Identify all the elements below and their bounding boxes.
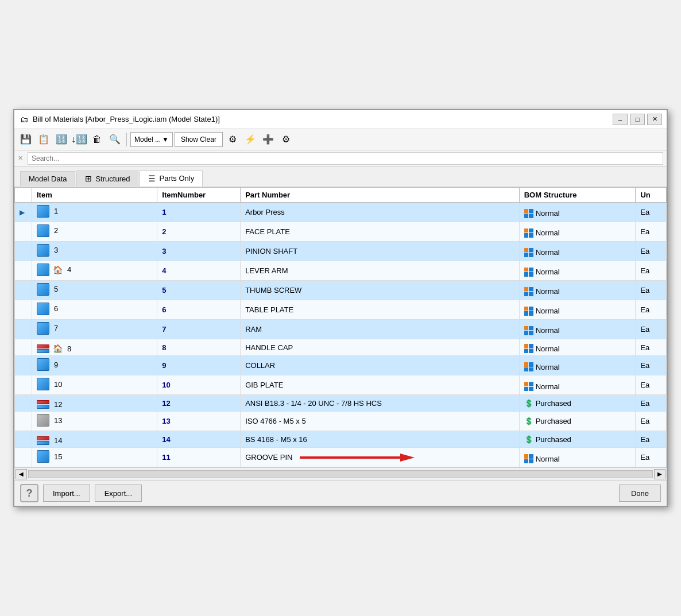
- bom-struct-content: Normal: [524, 228, 560, 238]
- part-number-text: ANSI B18.3 - 1/4 - 20 UNC - 7/8 HS HCS: [241, 395, 520, 412]
- bom-struct-content: Normal: [524, 307, 560, 316]
- row-bom-structure-col: Normal: [519, 300, 636, 319]
- row-unit-col: Ea: [636, 395, 667, 412]
- item-num-value: 11: [162, 453, 170, 462]
- part-number-text: RAM: [241, 319, 520, 339]
- item-icon-group: 3: [37, 244, 58, 257]
- help-icon: ?: [26, 487, 33, 499]
- item-number-display: 4: [67, 265, 71, 274]
- search-icon: ✕: [18, 154, 23, 162]
- item-number-display: 13: [54, 416, 62, 425]
- table-row[interactable]: 1414BS 4168 - M5 x 16💲PurchasedEa: [15, 431, 667, 448]
- save-button[interactable]: 💾: [18, 131, 34, 148]
- blue-box-icon: [37, 378, 49, 390]
- row-bom-structure-col: Normal: [519, 202, 636, 222]
- bom-struct-content: Normal: [524, 268, 560, 277]
- tab-structured-label: Structured: [95, 175, 130, 183]
- row-item-col: 13: [32, 412, 157, 431]
- row-unit-col: Ea: [636, 448, 667, 467]
- scroll-left-button[interactable]: ◀: [16, 469, 27, 479]
- table-row[interactable]: 1313ISO 4766 - M5 x 5💲PurchasedEa: [15, 412, 667, 431]
- bom-normal-icon: [524, 326, 533, 335]
- close-button[interactable]: ✕: [647, 114, 662, 125]
- item-number-display: 7: [54, 324, 58, 332]
- model-dropdown-label: Model ...: [134, 135, 161, 144]
- bom-struct-content: Normal: [524, 248, 560, 257]
- bom-icon-button[interactable]: ⚙: [225, 131, 241, 148]
- table-row[interactable]: 🏠44LEVER ARM NormalEa: [15, 261, 667, 280]
- row-item-col: 15: [32, 448, 157, 467]
- done-button[interactable]: Done: [619, 485, 661, 502]
- bom-normal-icon: [524, 382, 533, 391]
- table-row[interactable]: 🏠88HANDLE CAP NormalEa: [15, 339, 667, 356]
- bom-struct-content: 💲Purchased: [524, 417, 571, 425]
- row-item-col: 🏠8: [32, 339, 157, 356]
- doc-button[interactable]: 📋: [36, 131, 52, 148]
- bom-normal-icon: [524, 344, 533, 353]
- window-icon: 🗂: [19, 114, 29, 125]
- row-arrow-col: ▶: [15, 202, 32, 222]
- model-dropdown[interactable]: Model ... ▼: [130, 132, 173, 147]
- item-icon-group: 12: [37, 400, 62, 409]
- bom-struct-text: Normal: [536, 209, 560, 218]
- row-bom-structure-col: 💲Purchased: [519, 395, 636, 412]
- search-input[interactable]: [28, 152, 663, 165]
- item-number-display: 2: [54, 226, 58, 235]
- tab-model-data[interactable]: Model Data: [20, 171, 75, 186]
- table-row[interactable]: 55THUMB SCREW NormalEa: [15, 280, 667, 300]
- arrow-svg: [300, 452, 415, 463]
- row-unit-col: Ea: [636, 222, 667, 241]
- table-row[interactable]: 99COLLAR NormalEa: [15, 356, 667, 375]
- table-row[interactable]: 22FACE PLATE NormalEa: [15, 222, 667, 241]
- window-title: Bill of Materials [Arbor_Press_iLogic.ia…: [33, 115, 609, 123]
- sort-desc-button[interactable]: ↓🔢: [71, 131, 87, 148]
- sort-az-button[interactable]: 🔢: [53, 131, 69, 148]
- table-row[interactable]: 33PINION SHAFT NormalEa: [15, 241, 667, 261]
- row-bom-structure-col: Normal: [519, 280, 636, 300]
- item-num-value: 3: [162, 247, 166, 255]
- minimize-button[interactable]: –: [613, 114, 628, 125]
- add-button[interactable]: ➕: [260, 131, 276, 148]
- restore-button[interactable]: □: [630, 114, 645, 125]
- part-number-text: HANDLE CAP: [241, 339, 520, 356]
- tab-structured[interactable]: ⊞ Structured: [76, 171, 138, 186]
- import-button[interactable]: Import...: [43, 485, 90, 502]
- tab-model-data-label: Model Data: [29, 175, 67, 183]
- table-row[interactable]: 77RAM NormalEa: [15, 319, 667, 339]
- search-row: ✕: [14, 150, 667, 167]
- item-number-display: 5: [54, 285, 58, 293]
- row-item-num-col: 5: [157, 280, 241, 300]
- bom-normal-icon: [524, 307, 533, 316]
- delete-button[interactable]: 🗑: [89, 131, 105, 148]
- col-bom-structure: BOM Structure: [519, 187, 636, 202]
- blue-box-icon: [37, 244, 49, 257]
- table-row[interactable]: 1212ANSI B18.3 - 1/4 - 20 UNC - 7/8 HS H…: [15, 395, 667, 412]
- bom-table: Item ItemNumber Part Number BOM Structur…: [14, 187, 667, 468]
- help-button[interactable]: ?: [20, 484, 38, 502]
- table-row[interactable]: 1511 GROOVE PIN NormalEa: [15, 448, 667, 467]
- settings-button[interactable]: ⚙: [278, 131, 294, 148]
- item-icon-group: 15: [37, 450, 62, 463]
- scroll-track[interactable]: [28, 470, 653, 478]
- part-number-text: BS 4168 - M5 x 16: [241, 431, 520, 448]
- tab-parts-only[interactable]: ☰ Parts Only: [140, 171, 203, 187]
- multi-strip-icon: [37, 344, 49, 353]
- scroll-right-button[interactable]: ▶: [654, 469, 665, 479]
- item-num-value: 4: [162, 266, 166, 275]
- show-clear-button[interactable]: Show Clear: [175, 132, 223, 147]
- row-unit-col: Ea: [636, 300, 667, 319]
- export-button[interactable]: Export...: [95, 485, 142, 502]
- table-row[interactable]: 66TABLE PLATE NormalEa: [15, 300, 667, 319]
- find-button[interactable]: 🔍: [107, 131, 123, 148]
- row-item-num-col: 3: [157, 241, 241, 261]
- part-number-text: TABLE PLATE: [241, 300, 520, 319]
- row-arrow-col: [15, 412, 32, 431]
- table-row[interactable]: ▶11Arbor Press NormalEa: [15, 202, 667, 222]
- lightning-button[interactable]: ⚡: [242, 131, 258, 148]
- row-item-num-col: 1: [157, 202, 241, 222]
- table-row[interactable]: 1010GIB PLATE NormalEa: [15, 375, 667, 395]
- row-arrow-col: [15, 319, 32, 339]
- row-arrow-col: [15, 448, 32, 467]
- row-arrow-col: [15, 431, 32, 448]
- bom-table-container: Item ItemNumber Part Number BOM Structur…: [14, 187, 667, 468]
